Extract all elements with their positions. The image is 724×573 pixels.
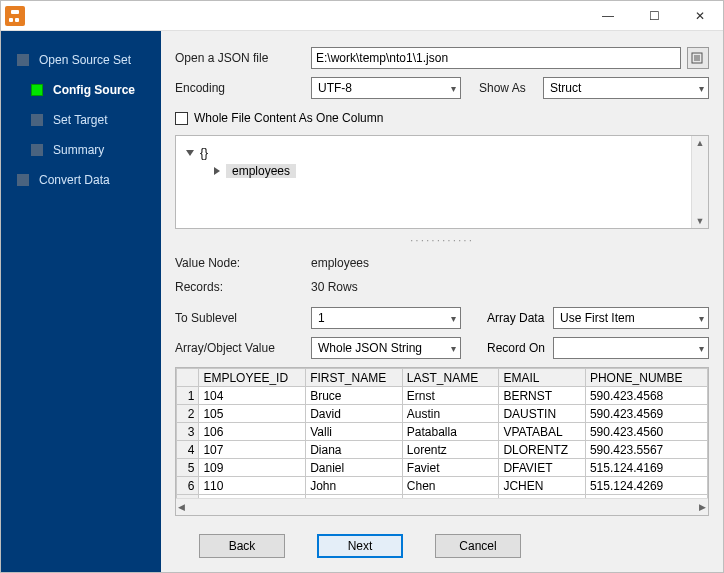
value-node-value: employees: [311, 256, 369, 270]
grid-cell[interactable]: 515.124.4369: [585, 495, 707, 499]
grid-cell[interactable]: Ernst: [402, 387, 499, 405]
records-label: Records:: [175, 280, 305, 294]
grid-column-header[interactable]: EMAIL: [499, 369, 585, 387]
back-button[interactable]: Back: [199, 534, 285, 558]
grid-cell[interactable]: Austin: [402, 405, 499, 423]
data-grid: EMPLOYEE_IDFIRST_NAMELAST_NAMEEMAILPHONE…: [175, 367, 709, 516]
step-box-icon: [31, 84, 43, 96]
grid-cell[interactable]: JCHEN: [499, 477, 585, 495]
grid-cell[interactable]: Pataballa: [402, 423, 499, 441]
step-label: Convert Data: [39, 173, 110, 187]
grid-cell[interactable]: 515.124.4269: [585, 477, 707, 495]
encoding-value: UTF-8: [318, 81, 352, 95]
maximize-button[interactable]: ☐: [631, 1, 677, 30]
encoding-label: Encoding: [175, 81, 305, 95]
cancel-button[interactable]: Cancel: [435, 534, 521, 558]
step-label: Set Target: [53, 113, 107, 127]
collapse-icon: [186, 150, 194, 156]
titlebar: — ☐ ✕: [1, 1, 723, 31]
record-on-label: Record On: [467, 341, 547, 355]
grid-cell[interactable]: Sciarra: [402, 495, 499, 499]
grid-cell[interactable]: DLORENTZ: [499, 441, 585, 459]
grid-cell[interactable]: 590.423.4569: [585, 405, 707, 423]
grid-cell[interactable]: Chen: [402, 477, 499, 495]
row-number: 2: [177, 405, 199, 423]
row-number: 5: [177, 459, 199, 477]
grid-cell[interactable]: Daniel: [306, 459, 403, 477]
step-label: Config Source: [53, 83, 135, 97]
grid-cell[interactable]: Ismael: [306, 495, 403, 499]
grid-cell[interactable]: John: [306, 477, 403, 495]
grid-cell[interactable]: 107: [199, 441, 306, 459]
table-row[interactable]: 1104BruceErnstBERNST590.423.4568: [177, 387, 708, 405]
show-as-select[interactable]: Struct▾: [543, 77, 709, 99]
table-row[interactable]: 4107DianaLorentzDLORENTZ590.423.5567: [177, 441, 708, 459]
table-row[interactable]: 5109DanielFavietDFAVIET515.124.4169: [177, 459, 708, 477]
table-row[interactable]: 3106ValliPataballaVPATABAL590.423.4560: [177, 423, 708, 441]
grid-cell[interactable]: VPATABAL: [499, 423, 585, 441]
to-sublevel-select[interactable]: 1▾: [311, 307, 461, 329]
expand-icon: [214, 167, 220, 175]
grid-cell[interactable]: 111: [199, 495, 306, 499]
grid-cell[interactable]: 590.423.5567: [585, 441, 707, 459]
tree-root[interactable]: {}: [186, 144, 698, 162]
grid-column-header[interactable]: PHONE_NUMBE: [585, 369, 707, 387]
wizard-sidebar: Open Source SetConfig SourceSet TargetSu…: [1, 31, 161, 572]
grid-cell[interactable]: 106: [199, 423, 306, 441]
grid-cell[interactable]: 515.124.4169: [585, 459, 707, 477]
grid-cell[interactable]: 590.423.4568: [585, 387, 707, 405]
value-node-label: Value Node:: [175, 256, 305, 270]
grid-cell[interactable]: Lorentz: [402, 441, 499, 459]
grid-cell[interactable]: 105: [199, 405, 306, 423]
array-obj-select[interactable]: Whole JSON String▾: [311, 337, 461, 359]
open-json-label: Open a JSON file: [175, 51, 305, 65]
grid-cell[interactable]: 104: [199, 387, 306, 405]
wizard-step[interactable]: Set Target: [1, 105, 161, 135]
array-data-select[interactable]: Use First Item▾: [553, 307, 709, 329]
grid-cell[interactable]: DFAVIET: [499, 459, 585, 477]
grid-cell[interactable]: Bruce: [306, 387, 403, 405]
table-row[interactable]: 7111IsmaelSciarraISCIARRA515.124.4369: [177, 495, 708, 499]
grid-cell[interactable]: Faviet: [402, 459, 499, 477]
grid-horizontal-scrollbar[interactable]: ◀▶: [176, 498, 708, 515]
step-label: Open Source Set: [39, 53, 131, 67]
array-obj-label: Array/Object Value: [175, 341, 305, 355]
minimize-button[interactable]: —: [585, 1, 631, 30]
wizard-step[interactable]: Convert Data: [1, 165, 161, 195]
chevron-down-icon: ▾: [699, 343, 704, 354]
close-button[interactable]: ✕: [677, 1, 723, 30]
wizard-step[interactable]: Config Source: [1, 75, 161, 105]
row-number: 4: [177, 441, 199, 459]
grid-cell[interactable]: DAUSTIN: [499, 405, 585, 423]
grid-cell[interactable]: 109: [199, 459, 306, 477]
table-row[interactable]: 2105DavidAustinDAUSTIN590.423.4569: [177, 405, 708, 423]
whole-file-checkbox[interactable]: [175, 112, 188, 125]
scroll-left-icon: ◀: [178, 502, 185, 512]
wizard-step[interactable]: Summary: [1, 135, 161, 165]
splitter-handle[interactable]: [175, 237, 709, 243]
grid-cell[interactable]: ISCIARRA: [499, 495, 585, 499]
browse-file-button[interactable]: [687, 47, 709, 69]
next-button[interactable]: Next: [317, 534, 403, 558]
grid-cell[interactable]: Valli: [306, 423, 403, 441]
whole-file-label: Whole File Content As One Column: [194, 111, 383, 125]
grid-column-header[interactable]: LAST_NAME: [402, 369, 499, 387]
grid-cell[interactable]: 590.423.4560: [585, 423, 707, 441]
grid-cell[interactable]: Diana: [306, 441, 403, 459]
grid-cell[interactable]: 110: [199, 477, 306, 495]
document-icon: [691, 52, 705, 64]
tree-vertical-scrollbar[interactable]: ▲▼: [691, 136, 708, 228]
tree-node-employees[interactable]: employees: [186, 162, 698, 180]
open-json-input[interactable]: [311, 47, 681, 69]
grid-column-header[interactable]: EMPLOYEE_ID: [199, 369, 306, 387]
encoding-select[interactable]: UTF-8▾: [311, 77, 461, 99]
table-row[interactable]: 6110JohnChenJCHEN515.124.4269: [177, 477, 708, 495]
grid-cell[interactable]: David: [306, 405, 403, 423]
grid-column-header[interactable]: FIRST_NAME: [306, 369, 403, 387]
grid-cell[interactable]: BERNST: [499, 387, 585, 405]
show-as-label: Show As: [467, 81, 537, 95]
wizard-step[interactable]: Open Source Set: [1, 45, 161, 75]
record-on-select[interactable]: ▾: [553, 337, 709, 359]
app-icon: [5, 6, 25, 26]
step-box-icon: [17, 54, 29, 66]
